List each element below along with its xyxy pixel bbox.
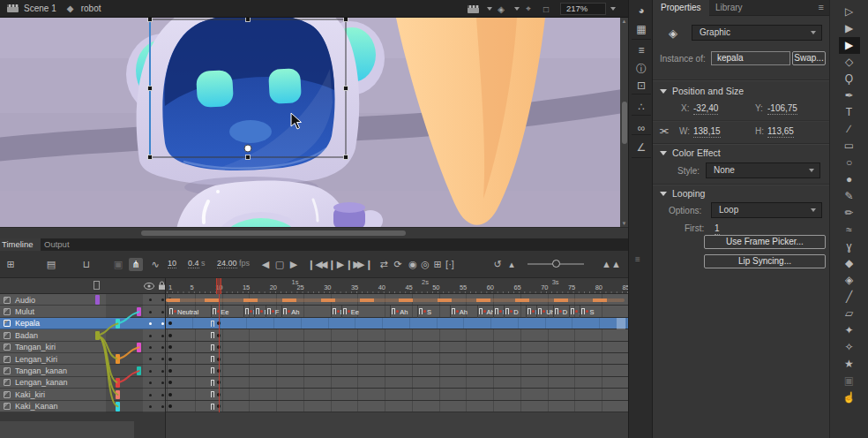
parent-link-bar[interactable]	[137, 343, 141, 352]
viseme-segment[interactable]: E	[254, 306, 265, 317]
parent-link-bar[interactable]	[116, 378, 120, 388]
viseme-segment[interactable]: M	[493, 306, 504, 317]
viseme-segment[interactable]: Ah	[281, 306, 330, 317]
loop-range-button[interactable]: ⇄	[377, 258, 391, 271]
viseme-segment[interactable]: Ah	[390, 306, 417, 317]
style-select[interactable]: None	[706, 162, 820, 178]
onion-range-button[interactable]: [·]	[443, 258, 457, 271]
bone-tool[interactable]: ɣ	[839, 238, 860, 255]
free-transform-tool[interactable]: ▶	[839, 37, 860, 54]
current-frame-value[interactable]: 10	[168, 259, 176, 268]
frame-track-mulut[interactable]: NeutralEeDEFAhDEeAhSAhAhMDLUhD..S	[166, 306, 628, 317]
stage-hscroll-thumb[interactable]	[141, 230, 406, 236]
timeline-zoom-slider-knob[interactable]	[552, 260, 560, 268]
parent-link-bar[interactable]	[116, 390, 120, 400]
step-forward-button[interactable]: ▶	[287, 258, 301, 271]
parent-link-bar[interactable]	[116, 402, 120, 412]
layer-lock-dot[interactable]	[161, 370, 164, 373]
edit-symbols-button[interactable]: ◈	[495, 4, 507, 14]
new-layer-button[interactable]: ⊞	[4, 258, 18, 271]
pencil-tool[interactable]: ✎	[839, 188, 860, 205]
timeline-zoom-in-button[interactable]: ▲▲	[602, 258, 616, 271]
lasso-tool[interactable]: Ϙ	[839, 71, 860, 87]
viseme-segment[interactable]: Neutral	[168, 306, 211, 317]
panel-menu-icon[interactable]: ≡	[819, 2, 824, 12]
viseme-segment[interactable]: D	[504, 306, 526, 317]
layer-row-tangan_kiri[interactable]: Tangan_kiri	[0, 342, 166, 353]
layer-row-badan[interactable]: Badan	[0, 329, 166, 341]
eraser-tool[interactable]: ▱	[839, 306, 860, 322]
lock-column-icon[interactable]	[158, 281, 166, 291]
selection-tool[interactable]: ▷	[839, 4, 860, 20]
swap-button[interactable]: Swap...	[792, 51, 826, 65]
breadcrumb-scene[interactable]: Scene 1	[24, 4, 56, 13]
viseme-segment[interactable]: Ee	[341, 306, 390, 317]
viseme-segment[interactable]: D	[553, 306, 569, 317]
prev-keyframe-button[interactable]: ◀❙	[320, 258, 334, 271]
layer-row-lengan_kanan[interactable]: Lengan_kanan	[0, 377, 166, 389]
center-frame-button[interactable]: ⌖	[522, 4, 535, 14]
viseme-segment[interactable]: ..	[569, 306, 580, 317]
use-frame-picker-button[interactable]: Use Frame Picker...	[704, 235, 826, 249]
frame-rate-value[interactable]: 24.00 fps	[217, 259, 250, 268]
delete-layer-button[interactable]: ⊔	[79, 258, 94, 271]
frame-track-kepala[interactable]	[166, 318, 628, 329]
viseme-segment[interactable]: L	[526, 306, 536, 317]
layer-row-kepala[interactable]: Kepala	[0, 318, 166, 329]
timeline-frames-area[interactable]: 1s2s3s1510152025303540455055606570758085…	[166, 278, 628, 438]
paint-bucket-tool[interactable]: ◆	[839, 255, 860, 272]
loop-playback-button[interactable]: ⟳	[391, 258, 405, 271]
parent-view-button[interactable]: ⋔	[129, 258, 143, 271]
elapsed-time-value[interactable]: 0.4 s	[188, 259, 206, 268]
dock-grip-icon[interactable]: ≡	[635, 254, 640, 264]
layer-visibility-dot[interactable]	[149, 381, 152, 384]
layer-lock-dot[interactable]	[161, 394, 164, 396]
step-back-button[interactable]: ◀	[258, 258, 273, 271]
parent-link-bar[interactable]	[95, 331, 100, 341]
tab-library[interactable]: Library	[707, 0, 751, 16]
camera-button[interactable]: ▣	[111, 258, 125, 271]
layer-visibility-dot[interactable]	[149, 394, 152, 396]
parent-link-bar[interactable]	[95, 295, 100, 305]
layer-visibility-dot[interactable]	[149, 311, 152, 313]
w-value[interactable]: 138,15	[693, 126, 721, 138]
pin-tool[interactable]: ★	[839, 356, 860, 373]
viseme-segment[interactable]: Ah	[450, 306, 477, 317]
color-panel-icon[interactable]: ◕	[629, 4, 654, 17]
playhead-line[interactable]	[219, 294, 221, 412]
timeline-zoom-out-button[interactable]: ▴	[505, 258, 519, 271]
transform-panel-icon[interactable]: ⊡	[629, 79, 654, 92]
frame-track-badan[interactable]	[166, 329, 628, 341]
tab-properties[interactable]: Properties	[653, 0, 709, 16]
timeline-zoom-slider[interactable]	[528, 263, 584, 265]
oval-tool[interactable]: ○	[839, 155, 860, 171]
reset-timeline-zoom-button[interactable]: ↺	[490, 258, 505, 271]
go-first-frame-button[interactable]: ❙◀	[307, 258, 321, 271]
primitive-oval-tool[interactable]: ●	[839, 171, 860, 188]
link-dimensions-icon[interactable]: ⫘	[660, 125, 669, 136]
viseme-segment[interactable]: Ah	[477, 306, 493, 317]
layer-lock-dot[interactable]	[161, 381, 164, 384]
stage-vscroll-thumb[interactable]	[622, 102, 627, 144]
breadcrumb-symbol[interactable]: robot	[81, 4, 101, 13]
eyedropper-tool[interactable]: ╱	[839, 289, 860, 306]
viseme-segment[interactable]: S	[417, 306, 450, 317]
parent-link-bar[interactable]	[116, 354, 120, 364]
layer-lock-dot[interactable]	[161, 335, 164, 337]
layer-lock-dot[interactable]	[161, 405, 164, 408]
playhead-marker[interactable]	[216, 278, 221, 294]
tab-output[interactable]: Output	[37, 238, 77, 251]
frame-track-kaki_kiri[interactable]	[166, 389, 628, 400]
parent-link-bar[interactable]	[137, 366, 141, 376]
stage-zoom-select[interactable]: 217%	[560, 3, 606, 15]
viseme-segment[interactable]: D	[331, 306, 341, 317]
y-value[interactable]: -106,75	[767, 103, 797, 115]
scroll-up-icon[interactable]: ▲	[620, 19, 628, 24]
go-last-frame-button[interactable]: ▶❙	[357, 258, 371, 271]
layer-visibility-dot[interactable]	[149, 322, 152, 325]
brushes-panel-icon[interactable]: ∴	[629, 101, 654, 113]
gradient-transform-tool[interactable]: ◇	[839, 54, 860, 71]
layer-row-kaki_kiri[interactable]: Kaki_kiri	[0, 389, 166, 400]
stage-vertical-scrollbar[interactable]: ▲ ▼	[620, 18, 628, 227]
rectangle-tool[interactable]: ▭	[839, 138, 860, 155]
